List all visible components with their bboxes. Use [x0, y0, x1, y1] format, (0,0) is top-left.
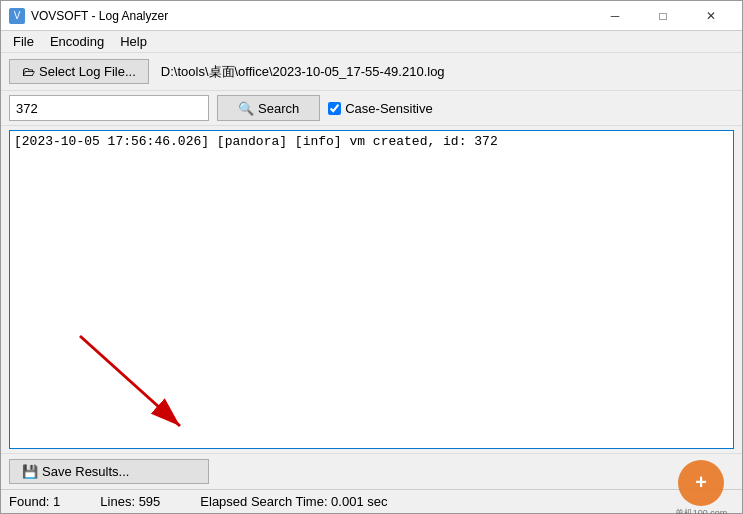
case-sensitive-checkbox[interactable] [328, 102, 341, 115]
main-window: V VOVSOFT - Log Analyzer ─ □ ✕ File Enco… [0, 0, 743, 514]
select-log-button[interactable]: 🗁 Select Log File... [9, 59, 149, 84]
lines-count: Lines: 595 [100, 494, 160, 509]
title-bar-left: V VOVSOFT - Log Analyzer [9, 8, 168, 24]
minimize-button[interactable]: ─ [592, 5, 638, 27]
menu-bar: File Encoding Help [1, 31, 742, 53]
maximize-button[interactable]: □ [640, 5, 686, 27]
status-bar: Found: 1 Lines: 595 Elapsed Search Time:… [1, 489, 742, 513]
file-path-display: D:\tools\桌面\office\2023-10-05_17-55-49.2… [157, 61, 734, 83]
save-results-button[interactable]: 💾 Save Results... [9, 459, 209, 484]
app-icon: V [9, 8, 25, 24]
watermark-text: 单机100.com [675, 507, 728, 515]
menu-encoding[interactable]: Encoding [42, 32, 112, 51]
case-sensitive-container[interactable]: Case-Sensitive [328, 101, 432, 116]
save-row: 💾 Save Results... [1, 453, 742, 489]
folder-icon: 🗁 [22, 64, 35, 79]
select-log-label: Select Log File... [39, 64, 136, 79]
result-item: [2023-10-05 17:56:46.026] [pandora] [inf… [12, 133, 731, 150]
window-controls: ─ □ ✕ [592, 5, 734, 27]
search-row: 🔍 Search Case-Sensitive [1, 91, 742, 126]
found-count: Found: 1 [9, 494, 60, 509]
elapsed-time: Elapsed Search Time: 0.001 sec [200, 494, 387, 509]
toolbar: 🗁 Select Log File... D:\tools\桌面\office\… [1, 53, 742, 91]
watermark-plus: + [695, 471, 707, 494]
close-button[interactable]: ✕ [688, 5, 734, 27]
menu-file[interactable]: File [5, 32, 42, 51]
results-area[interactable]: [2023-10-05 17:56:46.026] [pandora] [inf… [9, 130, 734, 449]
search-icon: 🔍 [238, 101, 254, 116]
search-label: Search [258, 101, 299, 116]
watermark: + 单机100.com [661, 467, 741, 512]
save-label: Save Results... [42, 464, 129, 479]
save-icon: 💾 [22, 464, 38, 479]
search-input[interactable] [9, 95, 209, 121]
menu-help[interactable]: Help [112, 32, 155, 51]
case-sensitive-label-text: Case-Sensitive [345, 101, 432, 116]
search-button[interactable]: 🔍 Search [217, 95, 320, 121]
window-title: VOVSOFT - Log Analyzer [31, 9, 168, 23]
title-bar: V VOVSOFT - Log Analyzer ─ □ ✕ [1, 1, 742, 31]
